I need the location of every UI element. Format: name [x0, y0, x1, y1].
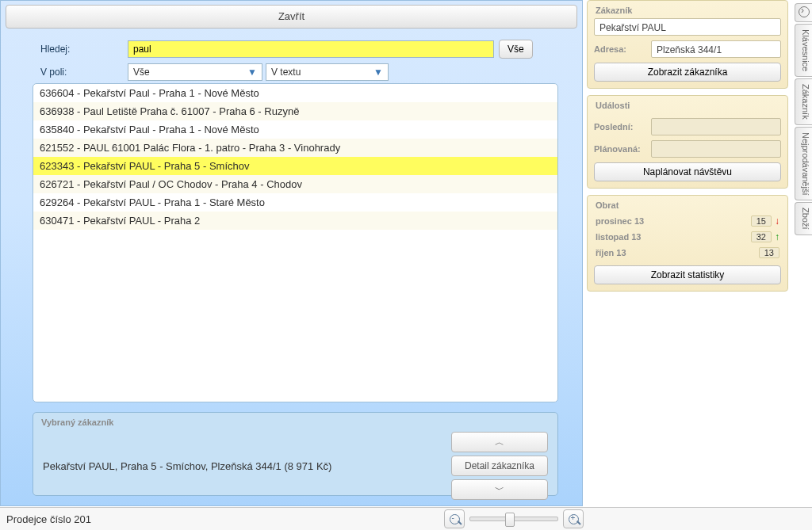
chevron-down-icon: ▼ [370, 67, 386, 78]
arrow-up-icon: ↑ [775, 231, 779, 242]
close-button[interactable]: Zavřít [6, 5, 577, 29]
where-combo-value: V textu [271, 67, 301, 78]
list-item[interactable]: 623343 - Pekařství PAUL - Praha 5 - Smíc… [33, 157, 557, 175]
list-item[interactable]: 636604 - Pekařství Paul - Praha 1 - Nové… [33, 84, 557, 102]
selected-customer-panel: Vybraný zákazník Pekařství PAUL, Praha 5… [33, 412, 558, 496]
chevron-down-icon: ﹀ [495, 483, 504, 497]
seller-number: Prodejce číslo 201 [6, 513, 91, 525]
zoom-out-icon: - [450, 514, 460, 524]
zoom-out-button[interactable]: - [444, 509, 465, 528]
list-item[interactable]: 630471 - Pekařství PAUL - Praha 2 [33, 212, 557, 230]
list-item[interactable]: 621552 - PAUL 61001 Palác Flora - 1. pat… [33, 139, 557, 157]
search-all-button[interactable]: Vše [499, 40, 533, 59]
arrow-down-icon: ↓ [775, 215, 779, 227]
turnover-row: říjen 1313 [594, 245, 781, 261]
planned-event-label: Plánovaná: [594, 144, 645, 154]
turnover-value: 32 [751, 231, 772, 242]
chevron-down-icon: ▼ [244, 67, 260, 78]
search-input[interactable] [128, 40, 494, 58]
next-customer-button[interactable]: ﹀ [451, 479, 548, 500]
events-section: Události Poslední: Plánovaná: Naplánovat… [587, 95, 788, 189]
list-item[interactable]: 626721 - Pekařství Paul / OC Chodov - Pr… [33, 175, 557, 193]
turnover-month: říjen 13 [596, 248, 626, 257]
side-tab-bestsellers[interactable]: Nejprodávanější [795, 127, 812, 201]
field-combo-value: Vše [133, 67, 150, 78]
prev-customer-button[interactable]: ︿ [451, 432, 548, 452]
side-tab-keyboard[interactable]: Klávesnice [795, 24, 812, 77]
side-tab-goods[interactable]: Zboží [795, 202, 812, 235]
last-event-label: Poslední: [594, 122, 645, 132]
field-label: V poli: [40, 67, 128, 78]
turnover-value: 15 [751, 215, 772, 227]
list-item[interactable]: 635840 - Pekařství Paul - Praha 1 - Nové… [33, 120, 557, 139]
where-combo[interactable]: V textu ▼ [266, 63, 389, 81]
side-tab-customer[interactable]: Zákazník [795, 78, 812, 125]
customer-section: Zákazník Pekařství PAUL Adresa: Plzeňská… [587, 0, 788, 89]
turnover-row: prosinec 1315↓ [594, 213, 781, 229]
selected-customer-title: Vybraný zákazník [33, 413, 557, 429]
address-label: Adresa: [594, 44, 645, 54]
show-stats-button[interactable]: Zobrazit statistiky [594, 265, 781, 284]
results-list: 636604 - Pekařství Paul - Praha 1 - Nové… [33, 83, 558, 402]
customer-address-field[interactable]: Plzeňská 344/1 [651, 40, 781, 58]
list-item[interactable]: 629264 - Pekařství PAUL - Praha 1 - Star… [33, 193, 557, 212]
plan-visit-button[interactable]: Naplánovat návštěvu [594, 162, 781, 181]
turnover-month: prosinec 13 [596, 216, 644, 226]
customer-detail-button[interactable]: Detail zákazníka [451, 456, 548, 476]
show-customer-button[interactable]: Zobrazit zákazníka [594, 63, 781, 82]
turnover-section: Obrat prosinec 1315↓listopad 1332↑říjen … [587, 195, 788, 292]
turnover-value: 13 [759, 247, 779, 258]
planned-event-field [651, 140, 781, 158]
last-event-field [651, 118, 781, 135]
status-bar: Prodejce číslo 201 - + [0, 507, 812, 530]
events-section-title: Události [588, 96, 787, 113]
customer-name-field[interactable]: Pekařství PAUL [594, 18, 781, 36]
turnover-month: listopad 13 [596, 232, 641, 242]
chevron-up-icon: ︿ [495, 436, 504, 449]
field-combo[interactable]: Vše ▼ [128, 63, 262, 81]
selected-customer-text: Pekařství PAUL, Praha 5 - Smíchov, Plzeň… [43, 460, 445, 472]
customer-section-title: Zákazník [588, 1, 787, 18]
zoom-in-button[interactable]: + [563, 509, 584, 528]
zoom-in-icon: + [569, 514, 579, 524]
turnover-row: listopad 1332↑ [594, 229, 781, 245]
side-expand-button[interactable] [795, 3, 812, 22]
search-label: Hledej: [40, 44, 128, 55]
list-item[interactable]: 636938 - Paul Letiště Praha č. 61007 - P… [33, 102, 557, 120]
turnover-section-title: Obrat [588, 196, 787, 213]
zoom-slider[interactable] [469, 517, 558, 521]
